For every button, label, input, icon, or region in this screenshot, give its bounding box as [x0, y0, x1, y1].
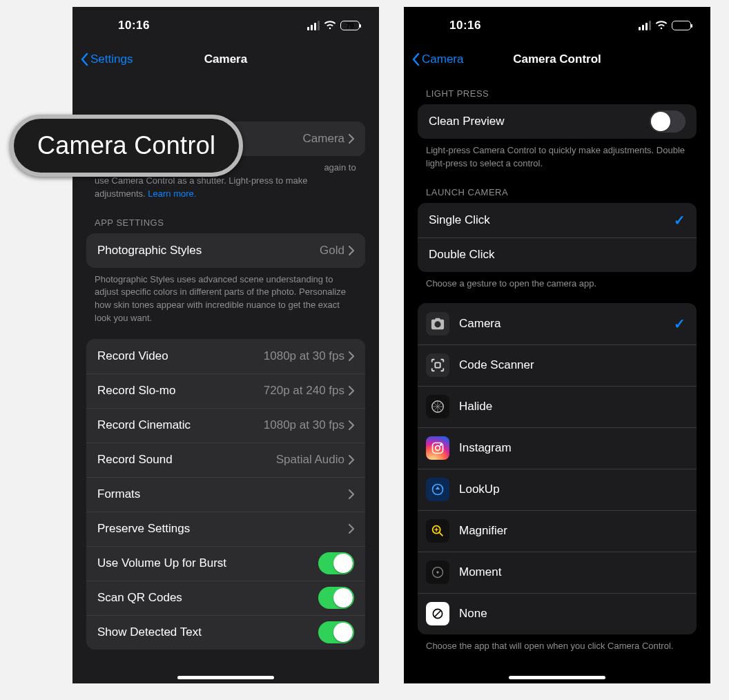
app-instagram-row[interactable]: Instagram: [418, 427, 697, 469]
launch-gesture-footer: Choose a gesture to open the camera app.: [404, 272, 710, 293]
qr-scan-icon: [426, 353, 449, 377]
show-detected-text-row: Show Detected Text: [86, 615, 365, 650]
record-cinematic-row[interactable]: Record Cinematic 1080p at 30 fps: [86, 408, 365, 443]
cellular-icon: [639, 21, 651, 30]
photographic-styles-value: Gold: [320, 244, 344, 257]
right-screenshot: 10:16 79 Camera Camera Control LIGHT PRE…: [404, 7, 710, 683]
app-lookup-row[interactable]: LookUp: [418, 469, 697, 510]
app-magnifier-row[interactable]: Magnifier: [418, 510, 697, 552]
back-label: Camera: [422, 52, 463, 66]
battery-icon: 79: [340, 21, 360, 30]
volume-burst-row: Use Volume Up for Burst: [86, 546, 365, 581]
app-moment-row[interactable]: Moment: [418, 552, 697, 593]
chevron-left-icon: [412, 52, 420, 66]
app-code-scanner-row[interactable]: Code Scanner: [418, 344, 697, 386]
double-click-row[interactable]: Double Click: [418, 237, 697, 272]
cellular-icon: [307, 21, 320, 30]
nav-bar: Settings Camera: [72, 44, 379, 75]
clean-preview-row: Clean Preview: [418, 104, 697, 139]
home-indicator[interactable]: [509, 676, 605, 679]
nav-bar: Camera Camera Control: [404, 44, 710, 75]
magnifier-icon: [426, 519, 449, 543]
preserve-settings-row[interactable]: Preserve Settings: [86, 512, 365, 546]
instagram-icon: [426, 436, 449, 460]
back-button[interactable]: Camera: [412, 52, 463, 66]
light-press-footer: Light-press Camera Control to quickly ma…: [404, 139, 710, 173]
app-camera-row[interactable]: Camera ✓: [418, 303, 697, 344]
checkmark-icon: ✓: [674, 212, 686, 229]
camera-icon: [426, 312, 449, 336]
app-none-row[interactable]: None: [418, 593, 697, 634]
launch-camera-header: LAUNCH CAMERA: [404, 173, 710, 203]
record-video-row[interactable]: Record Video 1080p at 30 fps: [86, 339, 365, 373]
moment-icon: [426, 561, 449, 584]
back-label: Settings: [90, 52, 133, 66]
photographic-styles-footer: Photographic Styles uses advanced scene …: [72, 268, 379, 328]
status-bar: 10:16 79: [72, 7, 379, 44]
left-screenshot: 10:16 79 Settings Camera Camera Control …: [72, 7, 379, 683]
record-slomo-row[interactable]: Record Slo-mo 720p at 240 fps: [86, 373, 365, 408]
photographic-styles-row[interactable]: Photographic Styles Gold: [86, 233, 365, 268]
app-chooser-footer: Choose the app that will open when you c…: [404, 634, 710, 656]
single-click-row[interactable]: Single Click ✓: [418, 203, 697, 237]
svg-point-3: [436, 446, 440, 451]
chevron-right-icon: [349, 246, 354, 255]
chevron-left-icon: [81, 52, 89, 66]
scan-qr-toggle[interactable]: [318, 587, 354, 609]
checkmark-icon: ✓: [674, 315, 686, 332]
chevron-right-icon: [349, 386, 354, 396]
show-detected-text-toggle[interactable]: [318, 621, 354, 643]
photographic-styles-group: Photographic Styles Gold: [86, 233, 365, 268]
clean-preview-toggle[interactable]: [650, 110, 686, 133]
wifi-icon: [324, 21, 336, 30]
app-chooser-group: Camera ✓ Code Scanner Halide Instagram: [418, 303, 697, 634]
battery-icon: 79: [672, 21, 691, 30]
app-settings-header: APP SETTINGS: [72, 204, 379, 233]
record-sound-row[interactable]: Record Sound Spatial Audio: [86, 443, 365, 477]
record-group: Record Video 1080p at 30 fps Record Slo-…: [86, 339, 365, 650]
light-press-header: LIGHT PRESS: [404, 75, 710, 104]
chevron-right-icon: [349, 455, 354, 465]
camera-control-value: Camera: [303, 132, 344, 146]
chevron-right-icon: [349, 351, 354, 361]
back-button[interactable]: Settings: [81, 52, 133, 66]
formats-row[interactable]: Formats: [86, 477, 365, 512]
launch-gesture-group: Single Click ✓ Double Click: [418, 203, 697, 272]
wifi-icon: [655, 21, 668, 30]
app-halide-row[interactable]: Halide: [418, 386, 697, 427]
clean-preview-group: Clean Preview: [418, 104, 697, 139]
volume-burst-toggle[interactable]: [318, 552, 354, 574]
callout-pill: Camera Control: [10, 115, 243, 177]
chevron-right-icon: [349, 420, 354, 430]
chevron-right-icon: [349, 524, 354, 534]
lookup-icon: [426, 478, 449, 501]
svg-point-4: [440, 445, 442, 446]
halide-icon: [426, 395, 449, 418]
status-bar: 10:16 79: [404, 7, 710, 44]
status-time: 10:16: [118, 19, 150, 32]
svg-point-8: [436, 571, 438, 573]
svg-rect-0: [435, 362, 440, 367]
home-indicator[interactable]: [177, 676, 274, 679]
chevron-right-icon: [349, 134, 354, 144]
status-time: 10:16: [449, 19, 481, 32]
learn-more-link[interactable]: Learn more.: [148, 188, 196, 199]
scan-qr-row: Scan QR Codes: [86, 581, 365, 615]
chevron-right-icon: [349, 489, 354, 499]
none-icon: [426, 602, 449, 625]
